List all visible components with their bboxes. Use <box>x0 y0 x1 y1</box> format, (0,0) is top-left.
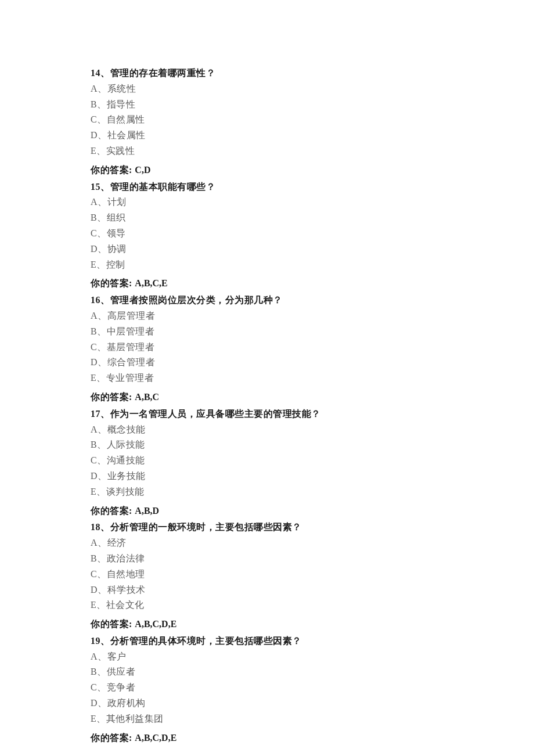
option: A、客户 <box>91 650 534 664</box>
option: C、沟通技能 <box>91 453 534 468</box>
question-text: 管理的基本职能有哪些？ <box>110 182 216 192</box>
option-text: 中层管理者 <box>107 326 155 336</box>
question-number: 15、 <box>91 182 110 192</box>
option-text: 自然属性 <box>107 114 145 124</box>
option-text: 协调 <box>107 244 127 254</box>
option-letter: B、 <box>91 440 107 449</box>
option-letter: A、 <box>91 424 107 434</box>
option: E、社会文化 <box>91 598 534 613</box>
option: D、业务技能 <box>91 469 534 484</box>
option-letter: A、 <box>91 84 107 93</box>
option: D、科学技术 <box>91 583 534 597</box>
answer-label: 你的答案: <box>91 165 135 175</box>
option-text: 社会属性 <box>107 130 146 140</box>
question-number: 14、 <box>91 68 110 78</box>
question-text: 分析管理的具体环境时，主要包括哪些因素？ <box>110 636 302 646</box>
option: C、自然地理 <box>91 567 534 582</box>
option-letter: B、 <box>91 99 107 109</box>
option-text: 人际技能 <box>107 440 145 449</box>
option-letter: B、 <box>91 553 107 563</box>
question-16: 16、管理者按照岗位层次分类，分为那几种？ <box>91 293 534 308</box>
option-text: 组织 <box>107 213 126 222</box>
option-text: 基层管理者 <box>107 342 155 352</box>
option: D、政府机构 <box>91 696 534 711</box>
option: E、谈判技能 <box>91 485 534 499</box>
option: E、实践性 <box>91 144 534 159</box>
question-number: 17、 <box>91 409 110 419</box>
question-text: 作为一名管理人员，应具备哪些主要的管理技能？ <box>110 409 321 419</box>
option-letter: A、 <box>91 197 107 207</box>
question-number: 19、 <box>91 636 110 646</box>
answer-label: 你的答案: <box>91 278 135 288</box>
option: B、人际技能 <box>91 438 534 452</box>
option-letter: C、 <box>91 682 107 692</box>
answer-line: 你的答案: A,B,C,D,E <box>91 617 534 632</box>
option: E、其他利益集团 <box>91 712 534 726</box>
option: A、高层管理者 <box>91 309 534 323</box>
answer-label: 你的答案: <box>91 506 135 516</box>
option-letter: B、 <box>91 667 107 676</box>
option-letter: C、 <box>91 569 107 579</box>
option-text: 政府机构 <box>107 698 146 708</box>
option: A、计划 <box>91 195 534 210</box>
question-text: 管理者按照岗位层次分类，分为那几种？ <box>110 295 283 305</box>
option-text: 计划 <box>107 197 127 207</box>
option: A、概念技能 <box>91 423 534 437</box>
option-letter: E、 <box>91 146 106 156</box>
option: C、基层管理者 <box>91 340 534 355</box>
answer-value: A,B,C,E <box>135 278 167 288</box>
option: B、组织 <box>91 211 534 225</box>
question-17: 17、作为一名管理人员，应具备哪些主要的管理技能？ <box>91 407 534 422</box>
option-letter: D、 <box>91 585 107 595</box>
option: D、协调 <box>91 242 534 257</box>
option: B、政治法律 <box>91 552 534 566</box>
option-text: 系统性 <box>107 84 136 93</box>
option-letter: D、 <box>91 357 107 367</box>
answer-label: 你的答案: <box>91 733 135 743</box>
option-letter: E、 <box>91 260 106 269</box>
option-letter: C、 <box>91 455 107 465</box>
option-text: 社会文化 <box>106 600 145 610</box>
option-letter: D、 <box>91 244 107 254</box>
option-letter: E、 <box>91 373 106 383</box>
option-letter: D、 <box>91 698 107 708</box>
option-letter: C、 <box>91 114 107 124</box>
option-letter: A、 <box>91 311 107 321</box>
option-letter: D、 <box>91 130 107 140</box>
option-text: 竞争者 <box>107 682 136 692</box>
option: A、系统性 <box>91 82 534 96</box>
answer-line: 你的答案: A,B,D <box>91 504 534 519</box>
answer-line: 你的答案: A,B,C,E <box>91 276 534 291</box>
option-text: 实践性 <box>106 146 135 156</box>
answer-value: A,B,C,D,E <box>135 619 176 629</box>
option: D、社会属性 <box>91 128 534 143</box>
question-number: 16、 <box>91 295 110 305</box>
option-letter: E、 <box>91 714 106 723</box>
answer-line: 你的答案: A,B,C,D,E <box>91 731 534 746</box>
question-19: 19、分析管理的具体环境时，主要包括哪些因素？ <box>91 634 534 649</box>
option: E、控制 <box>91 258 534 272</box>
option: B、指导性 <box>91 98 534 112</box>
option: B、供应者 <box>91 665 534 679</box>
option-letter: E、 <box>91 600 106 610</box>
option-text: 客户 <box>107 651 127 661</box>
option-letter: A、 <box>91 538 107 548</box>
option-text: 其他利益集团 <box>106 714 164 723</box>
option-text: 经济 <box>107 538 127 548</box>
option-text: 业务技能 <box>107 471 146 481</box>
option-text: 谈判技能 <box>106 487 145 496</box>
question-number: 18、 <box>91 522 110 532</box>
option: D、综合管理者 <box>91 355 534 370</box>
option: B、中层管理者 <box>91 325 534 339</box>
option-text: 领导 <box>107 228 126 238</box>
option-text: 沟通技能 <box>107 455 145 465</box>
option-text: 专业管理者 <box>106 373 154 383</box>
question-14: 14、管理的存在着哪两重性？ <box>91 66 534 81</box>
option: A、经济 <box>91 536 534 550</box>
option-letter: A、 <box>91 651 107 661</box>
answer-value: A,B,C <box>135 392 159 402</box>
answer-label: 你的答案: <box>91 619 135 629</box>
option-letter: D、 <box>91 471 107 481</box>
option-letter: E、 <box>91 487 106 496</box>
question-text: 管理的存在着哪两重性？ <box>110 68 216 78</box>
